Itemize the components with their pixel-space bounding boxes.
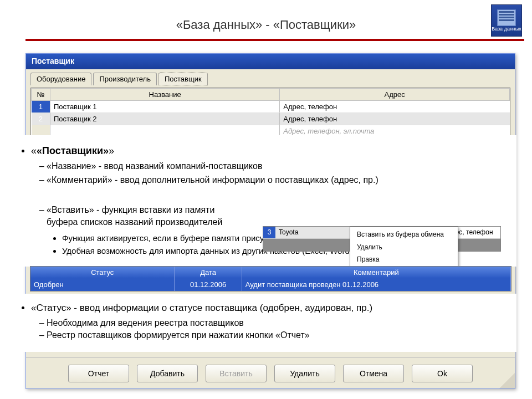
context-menu: Вставить из буфера обмена Удалить Правка	[350, 227, 458, 268]
status-row[interactable]: Одобрен 01.12.2006 Аудит поставщика пров…	[30, 278, 511, 291]
add-button[interactable]: Добавить	[137, 365, 198, 382]
divider	[25, 39, 524, 41]
cancel-button[interactable]: Отмена	[343, 365, 404, 382]
slide-title: «База данных» - «Поставщики»	[0, 18, 532, 32]
col-date[interactable]: Дата	[175, 267, 242, 278]
window-title: Поставщик	[26, 54, 515, 69]
button-bar: Отчет Добавить Вставить Удалить Отмена O…	[26, 357, 515, 388]
tab-manufacturer[interactable]: Производитель	[93, 73, 157, 85]
resize-grip-icon[interactable]	[499, 373, 515, 388]
badge-label: База данных	[492, 26, 521, 32]
delete-button[interactable]: Удалить	[274, 365, 335, 382]
context-menu-screenshot: 3 Toyota Адрес, телефон Вставить из буфе…	[263, 226, 501, 252]
database-icon	[497, 9, 516, 26]
tab-supplier[interactable]: Поставщик	[158, 73, 208, 85]
supplier-grid[interactable]: № Название Адрес 1 Поставщик 1 Адрес, те…	[30, 88, 510, 138]
menu-delete[interactable]: Удалить	[351, 241, 457, 254]
status-grid[interactable]: Статус Дата Комментарий Одобрен 01.12.20…	[30, 266, 511, 291]
database-badge: База данных	[491, 4, 522, 37]
text-overlay-1: ««Поставщики»» «Поставщики» «Название» -…	[9, 135, 516, 267]
tab-equipment[interactable]: Оборудование	[30, 73, 91, 85]
menu-paste[interactable]: Вставить из буфера обмена	[351, 228, 457, 241]
col-num[interactable]: №	[32, 89, 50, 101]
table-row[interactable]: 1 Поставщик 1 Адрес, телефон	[32, 101, 510, 113]
col-addr[interactable]: Адрес	[280, 89, 510, 101]
tab-bar: Оборудование Производитель Поставщик	[26, 69, 515, 85]
col-status[interactable]: Статус	[30, 267, 175, 278]
table-row[interactable]: 2 Поставщик 2 Адрес, телефон	[32, 113, 510, 125]
ok-button[interactable]: Ok	[412, 365, 473, 382]
report-button[interactable]: Отчет	[68, 365, 129, 382]
insert-button: Вставить	[206, 365, 267, 382]
col-name[interactable]: Название	[50, 89, 280, 101]
menu-edit[interactable]: Правка	[351, 253, 457, 266]
text-overlay-2: «Статус» - ввод информации о статусе пос…	[9, 294, 516, 352]
col-comment[interactable]: Комментарий	[242, 267, 510, 278]
